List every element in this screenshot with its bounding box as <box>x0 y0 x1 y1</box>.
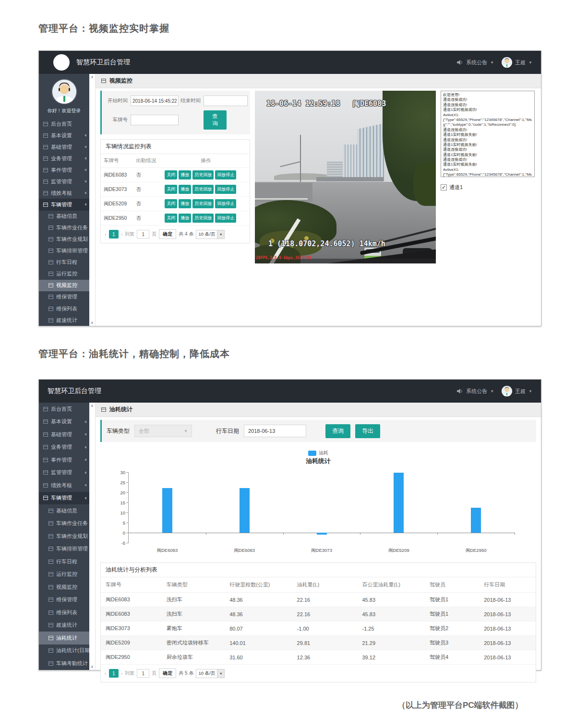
sidebar-item-车辆排班管理[interactable]: 车辆排班管理 <box>39 245 89 257</box>
sidebar-item-运行监控[interactable]: 运行监控 <box>39 568 89 581</box>
chevron-down-icon[interactable]: ▼ <box>490 389 494 394</box>
scroll-down-icon[interactable]: ∨ <box>91 665 94 669</box>
sidebar-item-基础信息[interactable]: 基础信息 <box>39 504 89 517</box>
user-avatar[interactable] <box>502 386 512 396</box>
sidebar-item-视频监控[interactable]: 视频监控 <box>39 581 89 594</box>
action-button-关闭[interactable]: 关闭 <box>165 185 177 194</box>
scroll-down-icon[interactable]: ∨ <box>91 321 94 325</box>
action-button-播放[interactable]: 播放 <box>179 199 191 208</box>
chevron-down-icon[interactable]: ▼ <box>528 389 532 394</box>
sidebar-item-监管管理[interactable]: 监管管理 <box>39 176 89 187</box>
sidebar-item-维保列表[interactable]: 维保列表 <box>39 606 89 619</box>
announcement-label[interactable]: 系统公告 <box>466 388 487 395</box>
sidebar-item-车辆排班管理[interactable]: 车辆排班管理 <box>39 543 89 556</box>
action-button-播放[interactable]: 播放 <box>179 185 191 194</box>
drive-date-input[interactable] <box>244 425 306 437</box>
sidebar-item-后台首页[interactable]: 后台首页 <box>39 118 89 130</box>
sidebar-item-行车日程[interactable]: 行车日程 <box>39 555 89 568</box>
scroll-up-icon[interactable]: ∧ <box>91 75 94 79</box>
goto-page-input[interactable] <box>137 230 149 239</box>
action-button-关闭[interactable]: 关闭 <box>165 214 177 223</box>
per-page-select[interactable]: 10 条/页▼ <box>196 669 225 678</box>
current-page-button[interactable]: 1 <box>109 669 119 678</box>
sidebar-item-视频监控[interactable]: 视频监控 <box>39 280 89 291</box>
sidebar-item-车辆作业规划[interactable]: 车辆作业规划 <box>39 234 89 245</box>
log-line: 通道1实时视频失败! <box>443 162 532 167</box>
start-time-input[interactable] <box>131 95 179 106</box>
channel-checkbox-row[interactable]: ✓ 通道1 <box>441 184 535 191</box>
table-row: 闽DE3073雾炮车80.07-1.00-1.25驾驶员22018-06-13 <box>101 621 536 636</box>
sidebar-item-业务管理[interactable]: 业务管理 <box>39 153 89 164</box>
channel-checkbox[interactable]: ✓ <box>441 184 447 191</box>
sidebar-item-基本设置[interactable]: 基本设置 <box>39 130 89 141</box>
username-label[interactable]: 王超 <box>515 59 526 66</box>
current-page-button[interactable]: 1 <box>109 230 119 239</box>
action-button-历史回放[interactable]: 历史回放 <box>192 185 214 194</box>
sidebar-item-事件管理[interactable]: 事件管理 <box>39 454 89 466</box>
sidebar-item-车辆作业任务[interactable]: 车辆作业任务 <box>39 517 89 530</box>
vehicle-type-select[interactable]: 全部 ▼ <box>134 425 192 437</box>
scroll-up-icon[interactable]: ∧ <box>91 404 94 408</box>
goto-page-input[interactable] <box>137 669 149 678</box>
username-label[interactable]: 王超 <box>515 388 526 395</box>
search-button[interactable]: 查询 <box>325 424 350 438</box>
action-button-历史回放[interactable]: 历史回放 <box>192 214 214 223</box>
sidebar-item-车辆管理[interactable]: 车辆管理 <box>39 492 89 505</box>
action-button-关闭[interactable]: 关闭 <box>165 199 177 208</box>
prev-page-icon[interactable]: ‹ <box>105 670 107 676</box>
sidebar-item-车辆作业任务[interactable]: 车辆作业任务 <box>39 222 89 234</box>
chevron-down-icon[interactable]: ▼ <box>528 60 532 65</box>
sidebar-item-基础信息[interactable]: 基础信息 <box>39 211 89 222</box>
action-button-历史回放[interactable]: 历史回放 <box>192 170 214 179</box>
column-header: 车牌号 <box>101 154 133 168</box>
sidebar-item-油耗统计(日期)[interactable]: 油耗统计(日期) <box>39 644 89 657</box>
sidebar-scrollbar[interactable]: ∧∨ <box>89 74 96 326</box>
user-avatar[interactable] <box>502 57 512 68</box>
sidebar-item-维保管理[interactable]: 维保管理 <box>39 594 89 607</box>
sidebar-item-基本设置[interactable]: 基本设置 <box>39 416 89 429</box>
sidebar-item-维保管理[interactable]: 维保管理 <box>39 291 89 303</box>
sidebar-scrollbar[interactable]: ∧∨ <box>89 403 96 670</box>
search-button[interactable]: 查询 <box>204 110 227 130</box>
sidebar-item-车辆考勤统计[interactable]: 车辆考勤统计 <box>39 657 89 670</box>
sidebar-item-基础管理[interactable]: 基础管理 <box>39 141 89 153</box>
sidebar-item-超速统计[interactable]: 超速统计 <box>39 619 89 632</box>
plate-input[interactable] <box>131 115 179 125</box>
per-page-select[interactable]: 10 条/页▼ <box>196 230 225 239</box>
sidebar-item-行车日程[interactable]: 行车日程 <box>39 257 89 268</box>
action-button-播放[interactable]: 播放 <box>179 214 191 223</box>
sidebar-item-监管管理[interactable]: 监管管理 <box>39 466 89 479</box>
export-button[interactable]: 导出 <box>355 424 380 438</box>
action-button-回放停止[interactable]: 回放停止 <box>215 170 236 179</box>
action-button-关闭[interactable]: 关闭 <box>165 170 177 179</box>
sidebar-item-车辆作业规划[interactable]: 车辆作业规划 <box>39 530 89 543</box>
sidebar-item-业务管理[interactable]: 业务管理 <box>39 441 89 454</box>
action-button-回放停止[interactable]: 回放停止 <box>215 199 236 208</box>
chart-legend[interactable]: 油耗 <box>100 450 536 456</box>
sidebar-item-label: 基础管理 <box>51 143 72 151</box>
sidebar-item-基础管理[interactable]: 基础管理 <box>39 428 89 441</box>
log-line: 通道1实时视频失败! <box>443 132 532 137</box>
action-button-历史回放[interactable]: 历史回放 <box>192 199 214 208</box>
sidebar-item-后台首页[interactable]: 后台首页 <box>39 403 89 416</box>
sidebar-item-事件管理[interactable]: 事件管理 <box>39 164 89 176</box>
sidebar-item-绩效考核[interactable]: 绩效考核 <box>39 479 89 492</box>
next-page-icon[interactable]: › <box>121 231 123 237</box>
action-button-播放[interactable]: 播放 <box>179 170 191 179</box>
chevron-down-icon[interactable]: ▼ <box>490 60 494 65</box>
video-player[interactable]: 18-06-14 12:59:18 闽DE6083 1 (118.0702,24… <box>255 91 436 263</box>
sidebar-item-绩效考核[interactable]: 绩效考核 <box>39 187 89 199</box>
confirm-page-button[interactable]: 确定 <box>159 668 176 678</box>
sidebar-item-超速统计[interactable]: 超速统计 <box>39 314 89 326</box>
sidebar-item-油耗统计[interactable]: 油耗统计 <box>39 632 89 644</box>
sidebar-item-车辆管理[interactable]: 车辆管理 <box>39 199 89 210</box>
sidebar-item-运行监控[interactable]: 运行监控 <box>39 268 89 280</box>
action-button-回放停止[interactable]: 回放停止 <box>215 214 236 223</box>
prev-page-icon[interactable]: ‹ <box>105 231 107 237</box>
confirm-page-button[interactable]: 确定 <box>159 229 176 239</box>
next-page-icon[interactable]: › <box>121 670 123 676</box>
sidebar-item-维保列表[interactable]: 维保列表 <box>39 303 89 314</box>
announcement-label[interactable]: 系统公告 <box>466 59 487 66</box>
action-button-回放停止[interactable]: 回放停止 <box>215 185 236 194</box>
end-time-input[interactable] <box>204 95 248 106</box>
